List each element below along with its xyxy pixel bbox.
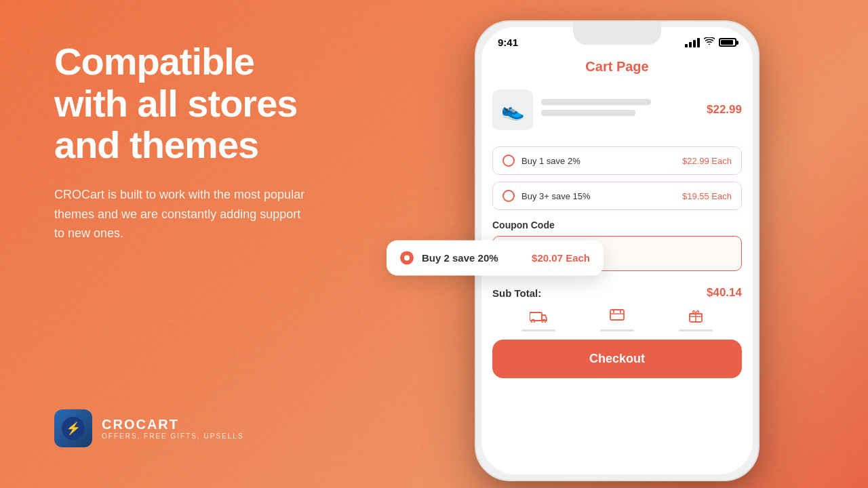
floating-radio-selected [400,251,414,264]
option-label-1: Buy 1 save 2% [521,156,580,166]
brand-section: ⚡ CROCART OFFERS, FREE GIFTS, UPSELLS [54,396,326,447]
coupon-label: Coupon Code [492,220,742,230]
option-left-1: Buy 1 save 2% [502,155,580,167]
gift-bar [679,329,713,331]
wifi-icon [704,37,715,47]
product-image: 👟 [492,89,533,130]
radio-btn-1[interactable] [502,155,515,167]
bottom-icons [492,305,742,337]
product-sub-line [541,110,635,116]
left-panel: Compatible with all stores and themes CR… [0,0,366,488]
product-row: 👟 $22.99 [492,84,742,136]
cart-bar [600,329,634,331]
floating-card-left: Buy 2 save 20% [400,251,498,264]
option-left-3: Buy 3+ save 15% [502,190,591,202]
product-details [541,99,698,121]
right-panel: Buy 2 save 20% $20.07 Each 9:41 [366,0,868,488]
shipping-icon [530,309,547,327]
shipping-bar [521,329,555,331]
floating-option-label: Buy 2 save 20% [422,252,498,264]
floating-option-card: Buy 2 save 20% $20.07 Each [387,240,604,275]
phone-notch [573,22,661,45]
cart-bottom-icon [610,309,625,327]
brand-icon: ⚡ [54,409,92,447]
cart-icon-item [600,309,634,331]
product-name-line [541,99,651,105]
svg-rect-6 [610,310,624,320]
brand-text: CROCART OFFERS, FREE GIFTS, UPSELLS [102,417,244,440]
cart-page-title: Cart Page [481,54,753,84]
subtotal-amount: $40.14 [707,286,742,300]
svg-rect-3 [530,312,542,321]
option-row-3[interactable]: Buy 3+ save 15% $19.55 Each [492,182,742,210]
option-label-3: Buy 3+ save 15% [521,191,591,201]
subtotal-row: Sub Total: $40.14 [492,278,742,305]
radio-btn-3[interactable] [502,190,515,202]
product-price: $22.99 [707,103,742,117]
svg-text:👟: 👟 [501,99,525,121]
brand-tagline: OFFERS, FREE GIFTS, UPSELLS [102,432,244,440]
option-price-1: $22.99 Each [682,156,732,166]
battery-icon [719,38,736,47]
floating-option-price: $20.07 Each [532,252,590,264]
svg-text:⚡: ⚡ [66,421,81,436]
phone-wrapper: Buy 2 save 20% $20.07 Each 9:41 [475,20,760,481]
subtext: CROCart is built to work with the most p… [54,185,312,243]
brand-name: CROCART [102,417,244,432]
gift-icon-item [679,308,713,331]
headline: Compatible with all stores and themes [54,41,326,166]
shipping-icon-item [521,309,555,331]
option-price-3: $19.55 Each [682,191,732,201]
subtotal-label: Sub Total: [492,287,541,299]
signal-bars-icon [685,38,700,47]
checkout-button[interactable]: Checkout [492,340,742,378]
gift-icon [688,308,703,327]
option-row-1[interactable]: Buy 1 save 2% $22.99 Each [492,146,742,175]
cart-content: 👟 $22.99 [481,84,753,337]
status-time: 9:41 [498,37,518,48]
status-icons [685,37,736,47]
